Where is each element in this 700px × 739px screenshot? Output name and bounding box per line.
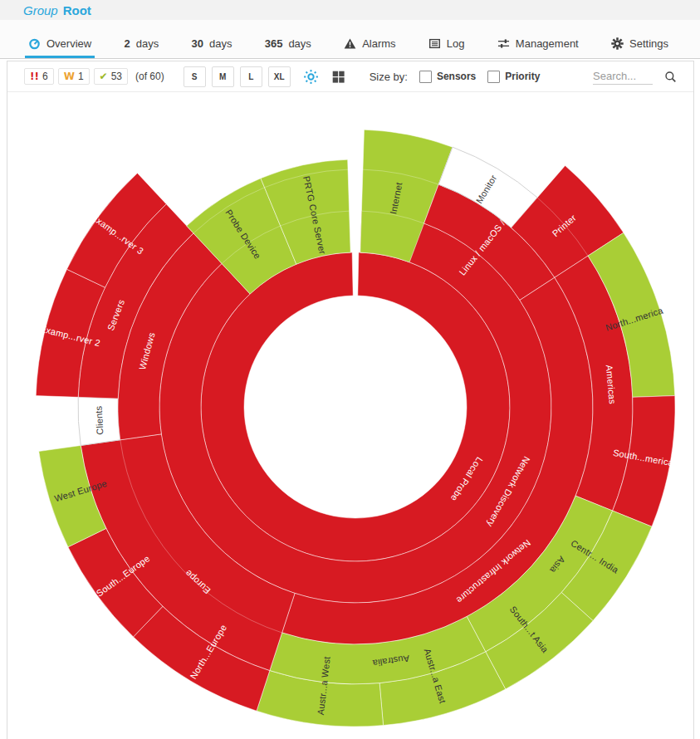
search-input[interactable] [593,68,653,85]
list-icon [428,37,441,50]
tab-label: Settings [629,37,668,50]
tile-view-button[interactable] [330,67,348,86]
warning-badge-count: 1 [78,71,84,82]
status-badges: !!6W1✔53 [24,68,132,85]
error-badge-icon: !! [30,71,39,82]
toolbar: !!6W1✔53 (of 60) SMLXL Size by: SensorsP… [7,61,693,92]
size-buttons: SMLXL [178,66,291,87]
tab-label: days [136,37,159,50]
tab-365-days[interactable]: 365days [262,32,315,58]
header-spacer [0,20,700,32]
content-panel: !!6W1✔53 (of 60) SMLXL Size by: SensorsP… [7,61,694,739]
size-button-l[interactable]: L [240,66,262,87]
checkbox-sensors[interactable]: Sensors [419,71,476,83]
search-area [593,68,677,85]
tab-settings[interactable]: Settings [608,32,672,58]
tab-label: days [288,37,311,50]
warning-badge[interactable]: W1 [58,68,90,85]
view-buttons [293,67,348,86]
sunburst-icon [304,70,318,84]
gauge-icon [28,37,41,50]
tab-number: 30 [191,37,203,50]
tab-alarms[interactable]: Alarms [340,32,399,58]
page-title-group: Group [23,3,58,17]
size-button-s[interactable]: S [184,66,206,87]
size-button-m[interactable]: M [212,66,234,87]
sunburst-view-button[interactable] [302,67,321,86]
checkbox-label: Priority [505,71,540,82]
ok-badge-count: 53 [111,71,122,82]
breadcrumb: Group Root [0,0,700,20]
checkbox-priority[interactable]: Priority [487,71,540,83]
size-by-checkboxes: SensorsPriority [408,71,540,83]
tab-overview[interactable]: Overview [25,32,95,58]
sunburst-chart: Local ProbeNetwork DiscoveryInternetLinu… [7,92,693,737]
gear-icon [611,37,624,50]
tab-2-days[interactable]: 2days [120,32,162,58]
tab-log[interactable]: Log [425,32,468,58]
tab-bar: Overview2days30days365daysAlarmsLogManag… [0,32,700,59]
sensor-total-label: (of 60) [135,71,164,82]
tab-30-days[interactable]: 30days [188,32,235,58]
warning-badge-icon: W [64,71,75,82]
checkbox-sensors-box[interactable] [419,71,432,83]
tab-number: 365 [265,37,283,50]
warning-icon [344,37,356,50]
ok-badge-icon: ✔ [100,71,108,82]
tab-number: 2 [124,37,130,50]
checkbox-label: Sensors [437,71,476,82]
tab-management[interactable]: Management [494,32,582,58]
ok-badge[interactable]: ✔53 [94,68,128,85]
size-button-xl[interactable]: XL [268,66,291,87]
search-icon[interactable] [664,71,677,83]
error-badge[interactable]: !!6 [24,68,54,85]
tab-label: Overview [47,37,91,50]
tab-label: Alarms [362,37,395,50]
segment-clients[interactable] [78,397,120,445]
page-title-root: Root [63,3,91,17]
sliders-icon [497,37,510,50]
size-by-label: Size by: [370,71,408,83]
checkbox-priority-box[interactable] [487,71,500,83]
tab-label: days [209,37,232,50]
segment-local-probe[interactable] [201,252,510,561]
grid-icon [331,70,345,84]
tab-label: Management [516,37,579,50]
error-badge-count: 6 [42,71,48,82]
tab-label: Log [447,37,465,50]
